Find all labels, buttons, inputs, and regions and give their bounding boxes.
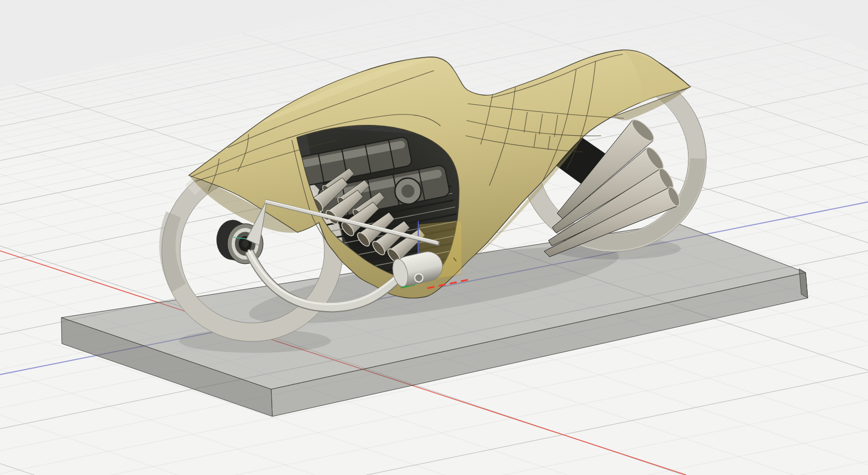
pivot-hole <box>415 274 423 282</box>
cad-viewport[interactable] <box>0 0 868 475</box>
viewport-canvas[interactable] <box>0 0 868 475</box>
